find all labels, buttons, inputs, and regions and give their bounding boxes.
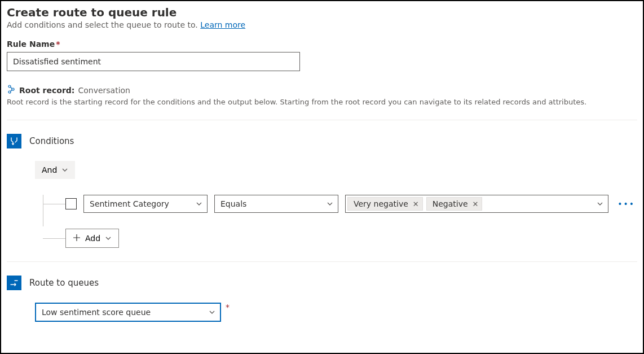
chip-remove-icon[interactable]: ✕ — [473, 200, 479, 208]
add-condition-button[interactable]: Add — [65, 229, 119, 248]
rule-name-label: Rule Name* — [7, 40, 637, 49]
chevron-down-icon — [61, 167, 68, 173]
learn-more-link[interactable]: Learn more — [200, 20, 245, 29]
condition-checkbox[interactable] — [65, 198, 77, 209]
chevron-down-icon — [209, 309, 215, 316]
attribute-value: Sentiment Category — [90, 199, 169, 208]
root-record-value: Conversation — [78, 86, 130, 95]
root-record-label: Root record: — [19, 86, 74, 95]
divider — [7, 120, 637, 120]
group-operator-button[interactable]: And — [35, 161, 75, 179]
required-asterisk: * — [56, 40, 60, 49]
add-row: Add — [65, 229, 637, 248]
divider — [7, 261, 637, 262]
chevron-down-icon — [105, 235, 112, 242]
route-title: Route to queues — [29, 278, 99, 288]
subtitle-text: Add conditions and select the queue to r… — [7, 20, 200, 29]
chevron-down-icon — [597, 200, 603, 207]
conditions-icon — [7, 134, 21, 148]
attribute-select[interactable]: Sentiment Category — [83, 195, 208, 213]
row-more-button[interactable]: ••• — [615, 197, 637, 211]
chip-remove-icon[interactable]: ✕ — [413, 200, 419, 208]
root-record-icon — [7, 85, 16, 95]
conditions-title: Conditions — [29, 136, 74, 146]
operator-value: Equals — [220, 199, 246, 208]
required-asterisk: * — [226, 303, 230, 312]
value-chip: Very negative ✕ — [347, 197, 423, 211]
add-label: Add — [85, 234, 100, 243]
route-queue-value: Low sentiment score queue — [42, 308, 151, 317]
operator-select[interactable]: Equals — [214, 195, 338, 213]
value-chip: Negative ✕ — [426, 197, 483, 211]
page-title: Create route to queue rule — [7, 6, 637, 19]
page-subtitle: Add conditions and select the queue to r… — [7, 20, 637, 29]
values-select[interactable]: Very negative ✕ Negative ✕ — [345, 195, 608, 213]
chip-label: Very negative — [354, 199, 408, 208]
chevron-down-icon — [327, 200, 333, 207]
chip-label: Negative — [433, 199, 468, 208]
plus-icon — [73, 234, 81, 243]
route-icon — [7, 276, 21, 290]
chevron-down-icon — [196, 200, 202, 207]
root-record-help: Root record is the starting record for t… — [7, 98, 637, 106]
condition-row: Sentiment Category Equals Very negative … — [65, 195, 637, 213]
route-queue-select[interactable]: Low sentiment score queue — [35, 303, 221, 322]
group-operator-label: And — [42, 165, 57, 174]
rule-name-input[interactable] — [7, 52, 300, 71]
